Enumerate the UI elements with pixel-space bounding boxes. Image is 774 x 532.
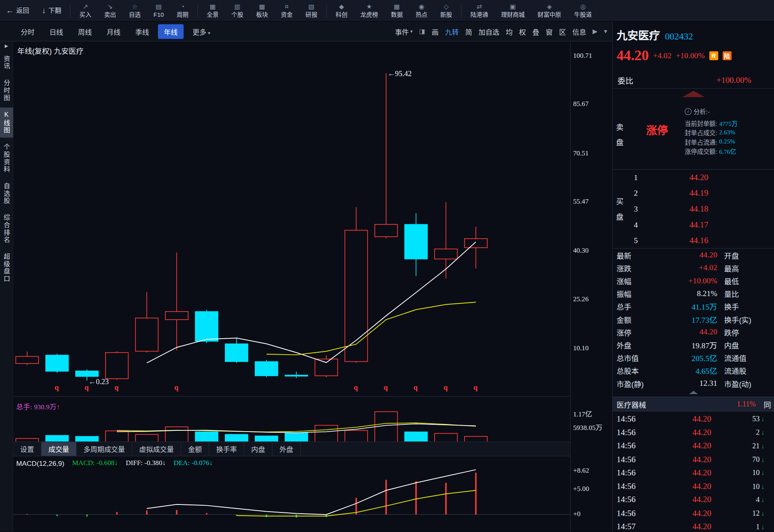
toolbar-period-label: 周期 (177, 12, 189, 18)
hotspot-icon: ◉ (419, 4, 424, 10)
toolbar-research-label: 研报 (305, 12, 317, 18)
period-tab-yearly[interactable]: 年线 (158, 24, 183, 39)
sidebar-item-minute-chart[interactable]: 分时图 (0, 76, 13, 105)
finance-mall-icon: ▣ (510, 4, 516, 10)
indicator-tab-settings[interactable]: 设置 (13, 442, 41, 456)
collapse-arrow-2[interactable] (689, 391, 697, 394)
tick-direction-icon: ↓ (761, 510, 770, 517)
tick-row: 14:5644.2021↓ (613, 439, 774, 453)
toolbar-hotspot-button[interactable]: ◉热点 (416, 4, 427, 18)
stat-label: 总市值 (616, 352, 654, 363)
period-tab-quarterly[interactable]: 季线 (129, 24, 155, 39)
tool-simplified-button[interactable]: 简 (465, 26, 472, 36)
stat-row: 涨停44.20跌停 (613, 326, 774, 338)
window-toggle-label: 窗 (546, 26, 552, 36)
indicator-tab-turnover[interactable]: 换手率 (209, 442, 244, 456)
svg-text:q: q (55, 383, 59, 391)
toolbar-back-button[interactable]: ←返回 (6, 7, 29, 15)
indicator-tab-virtual-volume[interactable]: 虚拟成交量 (132, 442, 181, 456)
stat-right-label: 换手(实) (717, 314, 774, 324)
sidebar-item-news[interactable]: 资讯 (0, 52, 13, 73)
macd-panel: MACD(12,26,9) MACD: -0.608↓ DIFF: -0.380… (13, 457, 570, 532)
tool-ma-toggle-button[interactable]: 均 (506, 26, 512, 36)
period-tab-more[interactable]: 更多▾ (187, 24, 216, 39)
sidebar-item-stock-info[interactable]: 个股资料 (0, 140, 13, 177)
kline-chart[interactable]: qqqqqqqqq←95.42←0.23 (13, 41, 570, 396)
analysis-label: 分析:- (693, 106, 709, 116)
tool-events-button[interactable]: 事件▾ (395, 26, 413, 36)
indicator-tab-multi-period-volume[interactable]: 多周期成交量 (77, 442, 132, 456)
toolbar-stock-button[interactable]: ▥个股 (231, 4, 243, 18)
bull-stock-icon: ◎ (580, 4, 586, 10)
tool-adjust-toggle-button[interactable]: 权 (519, 26, 526, 36)
buy-level-row[interactable]: 144.20 (613, 170, 774, 186)
sector-row[interactable]: 医疗器械 1.11% 同 (613, 397, 774, 411)
funds-icon: ¤ (285, 4, 289, 10)
toolbar-ipo-button[interactable]: ◇新股 (440, 4, 452, 18)
toolbar-period-button[interactable]: ◔周期 (177, 4, 189, 18)
indicator-tab-outer-disc[interactable]: 外盘 (272, 442, 301, 456)
toolbar-buy-button[interactable]: ↗买入 (79, 4, 91, 18)
toolbar-star-market-button[interactable]: ◆科创 (336, 4, 348, 18)
add-watchlist-label: 加自选 (479, 26, 499, 36)
volume-chart[interactable] (13, 397, 570, 442)
connect-badge: 陆 (723, 51, 731, 60)
volume-label-text: 总手: (16, 404, 32, 411)
buy-level: 5 (627, 236, 644, 245)
tool-add-watchlist-button[interactable]: 加自选 (479, 26, 499, 36)
indicator-tab-volume[interactable]: 成交量 (41, 442, 77, 456)
sell-side-char: 卖 (616, 123, 624, 131)
period-tab-minute[interactable]: 分时 (15, 24, 40, 39)
sidebar-item-super-level2[interactable]: 超级盘口 (0, 249, 13, 286)
buy-level-row[interactable]: 244.19 (613, 185, 774, 201)
buy-level-row[interactable]: 344.18 (613, 201, 774, 217)
toolbar-f10-button[interactable]: ▤F10 (154, 4, 164, 18)
toolbar-sector-button[interactable]: ▩板块 (256, 4, 268, 18)
toolbar-finance-mall-label: 理财商城 (501, 12, 524, 18)
svg-text:q: q (443, 383, 448, 391)
tool-draw-button[interactable]: 画 (432, 26, 439, 36)
toolbar-sell-button[interactable]: ↘卖出 (104, 4, 116, 18)
toolbar-dragon-tiger-button[interactable]: ★龙虎榜 (360, 4, 378, 18)
collapse-arrow[interactable] (682, 91, 705, 97)
toolbar-finance-mall-button[interactable]: ▣理财商城 (501, 4, 524, 18)
seal-label: 涨停成交额: (685, 147, 717, 156)
sidebar-expand-icon[interactable]: ▶ (5, 43, 8, 48)
tool-chart-window-button[interactable]: ◨ (419, 27, 425, 35)
toolbar-research-button[interactable]: ▧研报 (305, 4, 317, 18)
toolbar-hk-connect-button[interactable]: ⇄陆港通 (471, 4, 488, 18)
period-tab-daily[interactable]: 日线 (43, 24, 69, 39)
app-window: ←返回↓下翻↗买入↘卖出☆自选▤F10◔周期▦全景▥个股▩板块¤资金▧研报◆科创… (0, 0, 774, 532)
period-tab-weekly[interactable]: 周线 (72, 24, 98, 39)
tool-forward-button[interactable]: ▶ (593, 27, 597, 35)
sidebar-item-kline-chart[interactable]: K线图 (0, 108, 13, 138)
toolbar-funds-button[interactable]: ¤资金 (281, 4, 293, 18)
sidebar-item-ranking[interactable]: 综合排名 (0, 211, 13, 247)
seal-info-row: 封单占流通:0.25% (685, 137, 772, 147)
buy-level-row[interactable]: 444.17 (613, 217, 774, 233)
stat-row: 总股本4.65亿流通股 (613, 364, 774, 377)
tool-more-dropdown-button[interactable]: ▾ (604, 27, 607, 35)
tool-nine-turn-button[interactable]: 九转 (445, 26, 459, 36)
indicator-tab-amount[interactable]: 金额 (181, 442, 209, 456)
tick-volume: 10 (711, 469, 761, 477)
period-tab-monthly[interactable]: 月线 (101, 24, 126, 39)
toolbar-watchlist-button[interactable]: ☆自选 (129, 4, 141, 18)
tool-zone-toggle-button[interactable]: 区 (559, 26, 566, 36)
macd-chart[interactable] (13, 457, 570, 532)
tick-list[interactable]: 14:5644.2053↓14:5644.202↓14:5644.2021↓14… (613, 412, 774, 532)
buy-level: 2 (627, 189, 644, 198)
tool-info-toggle-button[interactable]: 信息 (572, 26, 586, 36)
buy-level-row[interactable]: 544.16 (613, 233, 774, 249)
toolbar-data-button[interactable]: ▦数据 (391, 4, 403, 18)
toolbar-panorama-button[interactable]: ▦全景 (207, 4, 219, 18)
tool-window-toggle-button[interactable]: 窗 (546, 26, 552, 36)
macd-params: MACD(12,26,9) (16, 459, 64, 467)
toolbar-page-down-button[interactable]: ↓下翻 (42, 7, 61, 15)
chart-title: 年线(复权) 九安医疗 (17, 45, 83, 56)
tool-overlay-toggle-button[interactable]: 叠 (532, 26, 539, 36)
toolbar-wealth-zhongyuan-button[interactable]: ◈财富中原 (538, 4, 561, 18)
toolbar-bull-stock-button[interactable]: ◎牛股道 (574, 4, 592, 18)
sidebar-item-watchlist[interactable]: 自选股 (0, 179, 13, 208)
indicator-tab-inner-disc[interactable]: 内盘 (244, 442, 273, 456)
